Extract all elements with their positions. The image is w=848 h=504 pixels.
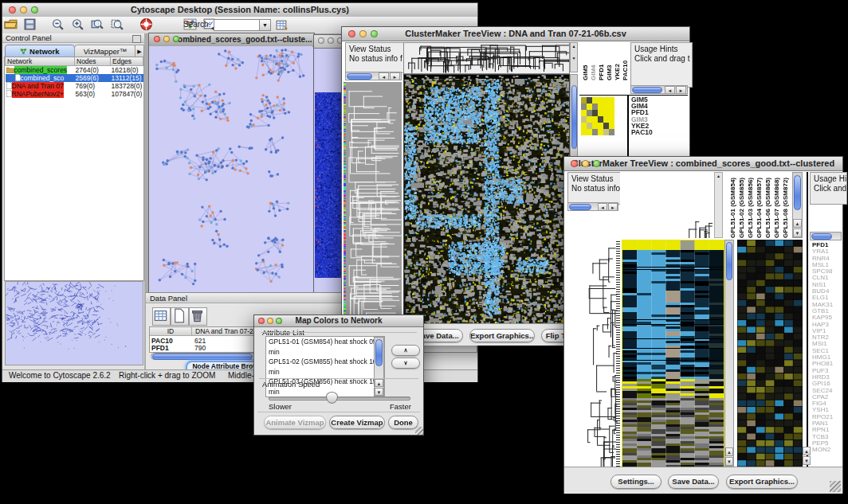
view-status-text: No status info f bbox=[349, 54, 402, 63]
treeview2-vscrollbar[interactable]: ▲ ▼ bbox=[724, 240, 734, 467]
gene-dendrogram[interactable] bbox=[344, 82, 402, 323]
minimize-icon[interactable] bbox=[267, 318, 273, 324]
minimize-icon[interactable] bbox=[582, 160, 589, 167]
zoom-window-icon[interactable] bbox=[593, 160, 600, 167]
attribute-item[interactable]: GPL51-01 (GSM854) heat shock 05 min bbox=[269, 337, 384, 357]
main-window-title: Cytoscape Desktop (Session Name: collins… bbox=[131, 5, 349, 14]
usage-hscrollbar[interactable] bbox=[810, 232, 842, 240]
zoom-out-icon[interactable] bbox=[51, 18, 65, 31]
attribute-table-icon[interactable] bbox=[152, 307, 171, 326]
move-down-button[interactable]: ∨ bbox=[391, 357, 420, 369]
open-folder-icon[interactable] bbox=[4, 18, 18, 31]
scroll-down-icon[interactable]: ▼ bbox=[803, 456, 811, 465]
zoom-window-icon[interactable] bbox=[276, 318, 282, 324]
main-title-bar[interactable]: Cytoscape Desktop (Session Name: collins… bbox=[2, 3, 477, 18]
data-panel-title: Data Panel bbox=[150, 294, 187, 303]
column-label: GPL51-02 (GSM855) bbox=[738, 172, 745, 238]
column-scroll-strip[interactable]: ▲ bbox=[714, 172, 723, 238]
table-row[interactable]: PFD1 bbox=[151, 344, 169, 352]
treeview1-hscrollbar[interactable]: ◄ ► bbox=[345, 72, 402, 80]
table-row[interactable]: DNA and Tran 07 769(0) 183728(0) bbox=[6, 82, 143, 90]
export-graphics-button[interactable]: Export Graphics... bbox=[469, 329, 535, 342]
zoom-window-icon[interactable] bbox=[173, 36, 179, 42]
network-overview-thumbnail[interactable] bbox=[5, 281, 143, 365]
export-graphics-button[interactable]: Export Graphics... bbox=[726, 475, 798, 489]
new-attribute-icon[interactable] bbox=[171, 307, 189, 326]
global-heatmap[interactable] bbox=[622, 240, 724, 468]
scroll-left-icon[interactable]: ◄ bbox=[598, 203, 607, 211]
heatmap-cell bbox=[581, 104, 587, 110]
treeview1-title-bar[interactable]: ClusterMaker TreeView : DNA and Tran 07-… bbox=[342, 27, 689, 41]
scroll-down-icon[interactable]: ▼ bbox=[725, 457, 733, 466]
zoom-selected-icon[interactable] bbox=[90, 18, 104, 31]
zoom-in-icon[interactable] bbox=[71, 18, 84, 31]
zoom-fit-icon[interactable] bbox=[110, 18, 124, 31]
treeview2-hscrollbar[interactable]: ◄ ► bbox=[567, 202, 618, 211]
global-heatmap[interactable] bbox=[403, 74, 570, 325]
scroll-left-icon[interactable]: ◄ bbox=[665, 86, 675, 94]
move-up-button[interactable]: ∧ bbox=[391, 345, 420, 356]
scroll-right-icon[interactable]: ► bbox=[608, 203, 618, 211]
search-input[interactable] bbox=[214, 19, 260, 31]
usage-hscrollbar[interactable]: ◄ ► bbox=[630, 85, 688, 94]
heatmap-cell bbox=[587, 123, 592, 129]
scroll-up-icon[interactable]: ▲ bbox=[803, 447, 811, 455]
save-icon[interactable] bbox=[23, 18, 37, 31]
treeview2-window: ClusterMaker TreeView : combined_scores_… bbox=[563, 156, 843, 494]
close-icon[interactable] bbox=[9, 6, 16, 14]
import-table-icon[interactable] bbox=[275, 18, 289, 32]
table-row[interactable]: RNAPuberNov2+ 563(0) 107847(0) bbox=[6, 90, 143, 98]
column-header-id[interactable]: ID bbox=[150, 327, 192, 336]
network-row-label: combined_scores bbox=[14, 66, 68, 74]
zoom-window-icon[interactable] bbox=[31, 6, 38, 14]
resize-grip[interactable] bbox=[415, 427, 423, 435]
scroll-up-icon[interactable]: ▲ bbox=[793, 219, 802, 228]
heatmap-cell bbox=[592, 123, 598, 129]
attribute-item[interactable]: GPL51-02 (GSM855) heat shock 10 min bbox=[269, 357, 384, 377]
scroll-down-icon[interactable]: ▼ bbox=[793, 229, 802, 237]
minimize-icon[interactable] bbox=[163, 36, 170, 42]
view-status-box: View Status No status info t bbox=[567, 172, 623, 205]
network-table-header: Network Nodes Edges bbox=[6, 57, 143, 66]
minimize-icon[interactable] bbox=[359, 30, 367, 37]
scroll-left-icon[interactable]: ◄ bbox=[379, 72, 389, 80]
cell-value[interactable]: 790 bbox=[194, 344, 206, 352]
table-row-selected[interactable]: combined_sco 2569(6) 13112(15) bbox=[6, 74, 143, 82]
close-icon[interactable] bbox=[571, 160, 578, 167]
column-dendrogram[interactable] bbox=[620, 172, 713, 238]
zoom-window-icon[interactable] bbox=[371, 30, 378, 37]
float-panel-icon[interactable] bbox=[132, 35, 141, 43]
scroll-up-icon[interactable]: ▲ bbox=[725, 447, 733, 456]
minimize-icon[interactable] bbox=[20, 6, 27, 14]
dialog-title-bar[interactable]: Map Colors to Network bbox=[254, 315, 423, 327]
labels-vscrollbar[interactable]: ▲ ▼ bbox=[792, 172, 803, 238]
column-label: GPL51-08 (GSM872) bbox=[782, 172, 789, 238]
close-icon[interactable] bbox=[348, 30, 355, 37]
zoomed-heatmap[interactable] bbox=[737, 240, 803, 467]
treeview2-title-bar[interactable]: ClusterMaker TreeView : combined_scores_… bbox=[564, 157, 842, 171]
settings-button[interactable]: Settings... bbox=[610, 475, 662, 489]
zoomed-heatmap[interactable] bbox=[581, 97, 614, 135]
search-dropdown-arrow[interactable]: ▼ bbox=[259, 19, 271, 31]
column-dendrogram[interactable] bbox=[403, 42, 570, 74]
help-ring-icon[interactable] bbox=[139, 18, 153, 31]
scroll-right-icon[interactable]: ► bbox=[390, 72, 400, 80]
heatmap-cell bbox=[587, 110, 592, 116]
column-scroll-strip[interactable]: ▲ ▼ bbox=[570, 42, 578, 72]
resize-grip[interactable] bbox=[830, 481, 841, 492]
create-vizmap-button[interactable]: Create Vizmap bbox=[329, 416, 385, 429]
heatmap-cell bbox=[603, 116, 609, 123]
close-icon[interactable] bbox=[154, 36, 160, 42]
done-button[interactable]: Done bbox=[388, 416, 418, 429]
animation-speed-slider[interactable] bbox=[269, 397, 410, 400]
close-icon[interactable] bbox=[258, 318, 265, 324]
gene-dendrogram[interactable] bbox=[567, 240, 620, 467]
save-data-button[interactable]: Save Data... bbox=[668, 475, 719, 489]
delete-attribute-icon[interactable] bbox=[189, 307, 207, 326]
network-view-title-bar[interactable]: combined_scores_good.txt--cluste... bbox=[149, 33, 314, 47]
treeview2-column-labels: GPL51-01 (GSM854)GPL51-02 (GSM855)GPL51-… bbox=[724, 172, 796, 238]
usage-hints-box: Usage Hints Click and drag t bbox=[630, 42, 693, 88]
table-row[interactable]: combined_scores 2764(0) 16218(0) bbox=[6, 66, 143, 75]
network-graph-canvas[interactable] bbox=[149, 46, 312, 292]
scroll-right-icon[interactable]: ► bbox=[676, 86, 686, 94]
